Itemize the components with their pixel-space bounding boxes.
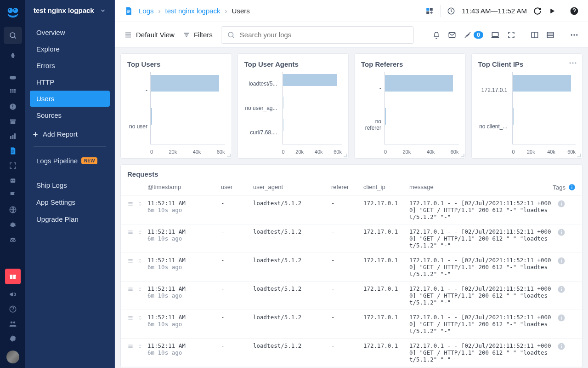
col-timestamp[interactable]: @timestamp bbox=[147, 184, 221, 191]
rail-archive-icon[interactable] bbox=[4, 114, 22, 129]
rail-chart-icon[interactable] bbox=[4, 129, 22, 144]
rail-search-icon[interactable] bbox=[4, 27, 22, 44]
chart-cards-row: Top Users -no user 020k40k60k Top User A… bbox=[120, 53, 582, 159]
row-info-icon[interactable] bbox=[557, 257, 565, 265]
expand-icon[interactable] bbox=[507, 31, 515, 39]
sidebar-item-overview[interactable]: Overview bbox=[30, 24, 110, 40]
request-row[interactable]: 11:52:11 AM6m 10s ago - loadtest/5.1.2 -… bbox=[121, 367, 582, 368]
rail-flag-icon[interactable] bbox=[4, 188, 22, 202]
svg-rect-38 bbox=[127, 11, 130, 12]
chart-card: Top Users -no user 020k40k60k bbox=[120, 53, 232, 159]
rail-help-icon[interactable] bbox=[4, 302, 22, 316]
row-menu-icon[interactable] bbox=[127, 229, 134, 236]
time-range[interactable]: 11:43 AM—11:52 AM bbox=[462, 7, 527, 15]
col-user-agent[interactable]: user_agent bbox=[253, 184, 331, 191]
chart-plot: -no referer 020k40k60k bbox=[361, 72, 459, 155]
rail-robot-icon[interactable] bbox=[4, 173, 22, 188]
sidebar-link-app-settings[interactable]: App Settings bbox=[25, 194, 114, 211]
row-sort-icon[interactable] bbox=[137, 258, 143, 264]
rail-controller-icon[interactable] bbox=[4, 70, 22, 85]
resize-handle[interactable] bbox=[460, 153, 464, 157]
row-sort-icon[interactable] bbox=[137, 286, 143, 293]
row-sort-icon[interactable] bbox=[137, 343, 143, 350]
request-row[interactable]: 11:52:11 AM6m 10s ago - loadtest/5.1.2 -… bbox=[121, 339, 582, 367]
sidebar-app-switcher[interactable]: test nginx logpack bbox=[25, 0, 114, 21]
row-sort-icon[interactable] bbox=[137, 229, 143, 236]
svg-rect-49 bbox=[547, 32, 554, 38]
sidebar-item-sources[interactable]: Sources bbox=[30, 107, 110, 123]
default-view-button[interactable]: Default View bbox=[124, 31, 175, 39]
svg-rect-9 bbox=[10, 92, 11, 93]
breadcrumb-logs[interactable]: Logs bbox=[139, 7, 154, 15]
col-user[interactable]: user bbox=[221, 184, 253, 191]
logo-octopus-icon[interactable] bbox=[5, 5, 21, 20]
resize-handle[interactable] bbox=[226, 153, 231, 157]
add-report-button[interactable]: Add Report bbox=[25, 124, 114, 146]
rail-rocket-icon[interactable] bbox=[4, 49, 22, 63]
rail-fullscreen-icon[interactable] bbox=[4, 158, 22, 173]
svg-rect-19 bbox=[14, 133, 16, 139]
sidebar-item-users[interactable]: Users bbox=[30, 91, 110, 107]
row-menu-icon[interactable] bbox=[127, 315, 134, 321]
bell-icon[interactable] bbox=[432, 31, 441, 39]
row-info-icon[interactable] bbox=[557, 342, 565, 351]
svg-point-2 bbox=[9, 9, 10, 11]
request-row[interactable]: 11:52:11 AM6m 10s ago - loadtest/5.1.2 -… bbox=[121, 196, 582, 224]
request-row[interactable]: 11:52:11 AM6m 10s ago - loadtest/5.1.2 -… bbox=[121, 253, 582, 282]
sidebar-item-errors[interactable]: Errors bbox=[30, 58, 110, 74]
search-input[interactable] bbox=[240, 31, 408, 39]
rail-alert-icon[interactable] bbox=[4, 99, 22, 114]
laptop-icon[interactable] bbox=[491, 30, 500, 40]
col-referer[interactable]: referer bbox=[331, 184, 363, 191]
sidebar-logs-pipeline[interactable]: Logs Pipeline NEW bbox=[25, 151, 114, 170]
row-menu-icon[interactable] bbox=[127, 258, 134, 264]
svg-rect-32 bbox=[12, 275, 13, 279]
resize-handle[interactable] bbox=[343, 153, 347, 157]
row-menu-icon[interactable] bbox=[127, 343, 134, 350]
svg-rect-7 bbox=[12, 89, 13, 91]
row-sort-icon[interactable] bbox=[137, 315, 143, 321]
rail-bug-icon[interactable] bbox=[4, 217, 22, 232]
filters-button[interactable]: Filters bbox=[183, 31, 213, 39]
row-info-icon[interactable] bbox=[557, 285, 565, 293]
mail-icon[interactable] bbox=[448, 31, 456, 39]
rail-incognito-icon[interactable] bbox=[4, 232, 22, 247]
more-icon[interactable] bbox=[570, 30, 579, 40]
svg-rect-18 bbox=[12, 135, 13, 139]
rail-gift-icon[interactable] bbox=[5, 269, 21, 284]
list-icon[interactable] bbox=[546, 31, 554, 39]
add-widget-icon[interactable] bbox=[425, 7, 434, 15]
col-client-ip[interactable]: client_ip bbox=[363, 184, 409, 191]
row-sort-icon[interactable] bbox=[137, 201, 143, 207]
col-message[interactable]: message bbox=[409, 184, 548, 191]
breadcrumb-current: Users bbox=[232, 7, 250, 15]
sidebar-link-upgrade-plan[interactable]: Upgrade Plan bbox=[25, 211, 114, 228]
refresh-icon[interactable] bbox=[533, 7, 542, 15]
row-info-icon[interactable] bbox=[557, 200, 565, 208]
columns-icon[interactable] bbox=[531, 31, 539, 39]
sidebar-item-explore[interactable]: Explore bbox=[30, 41, 110, 57]
rail-document-icon[interactable] bbox=[4, 144, 22, 158]
card-menu-icon[interactable] bbox=[568, 58, 577, 68]
col-tags[interactable]: Tags bbox=[548, 184, 576, 191]
request-row[interactable]: 11:52:11 AM6m 10s ago - loadtest/5.1.2 -… bbox=[121, 282, 582, 310]
request-row[interactable]: 11:52:11 AM6m 10s ago - loadtest/5.1.2 -… bbox=[121, 310, 582, 339]
sidebar-item-http[interactable]: HTTP bbox=[30, 74, 110, 90]
row-menu-icon[interactable] bbox=[127, 286, 134, 293]
rail-megaphone-icon[interactable] bbox=[4, 287, 22, 302]
rail-globe-icon[interactable] bbox=[4, 202, 22, 217]
rail-team-icon[interactable] bbox=[4, 316, 22, 331]
rail-settings-icon[interactable] bbox=[4, 331, 22, 346]
row-info-icon[interactable] bbox=[557, 228, 565, 236]
anomaly-button[interactable]: 0 bbox=[464, 31, 483, 39]
request-row[interactable]: 11:52:11 AM6m 10s ago - loadtest/5.1.2 -… bbox=[121, 224, 582, 253]
breadcrumb-app[interactable]: test nginx logpack bbox=[165, 7, 220, 15]
row-menu-icon[interactable] bbox=[127, 201, 134, 207]
rail-avatar[interactable] bbox=[6, 351, 19, 363]
help-circle-icon[interactable] bbox=[570, 6, 579, 16]
rail-grid-icon[interactable] bbox=[4, 85, 22, 99]
resize-handle[interactable] bbox=[577, 153, 581, 157]
row-info-icon[interactable] bbox=[557, 314, 565, 322]
play-icon[interactable] bbox=[548, 7, 556, 15]
sidebar-link-ship-logs[interactable]: Ship Logs bbox=[25, 177, 114, 194]
